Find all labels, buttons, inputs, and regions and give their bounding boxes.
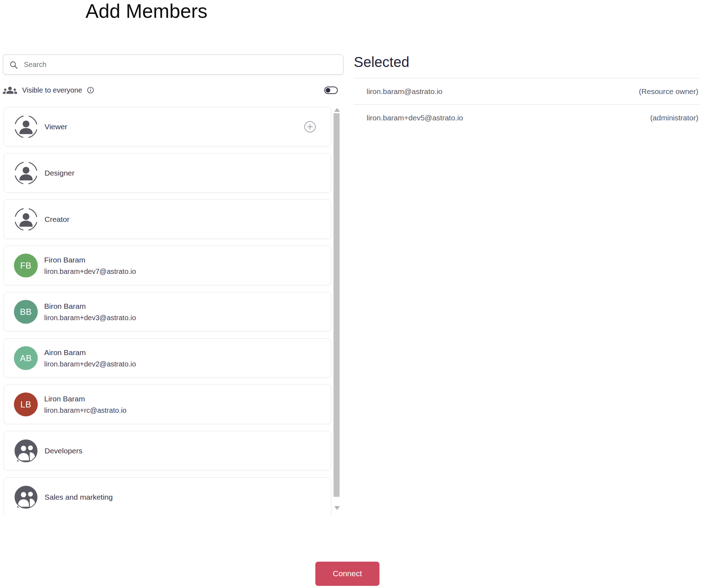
avatar: FB — [14, 254, 38, 277]
user-name: Firon Baram — [44, 256, 136, 264]
scrollbar-down-arrow[interactable] — [334, 506, 340, 510]
scrollbar-thumb[interactable] — [334, 113, 340, 497]
add-members-dialog: { "page": { "title": "Add Members" }, "s… — [0, 0, 703, 588]
add-button[interactable] — [304, 121, 316, 133]
list-item-group[interactable]: Sales and marketing — [4, 477, 331, 515]
avatar: LB — [14, 392, 38, 416]
toggle-knob — [326, 88, 330, 93]
visibility-toggle[interactable] — [324, 87, 338, 94]
list-item-designer[interactable]: Designer — [4, 153, 331, 193]
plus-icon — [304, 121, 316, 133]
selected-member-row[interactable]: liron.baram@astrato.io (Resource owner) — [354, 78, 699, 104]
list-item-user[interactable]: BB Biron Baram liron.baram+dev3@astrato.… — [4, 292, 331, 332]
user-email: liron.baram+rc@astrato.io — [44, 406, 126, 415]
selected-panel: Selected liron.baram@astrato.io (Resourc… — [354, 53, 699, 131]
selected-member-role: (Resource owner) — [639, 87, 698, 96]
search-box[interactable] — [3, 54, 343, 75]
page-title: Add Members — [86, 0, 207, 22]
user-name: Liron Baram — [44, 395, 126, 403]
visibility-label: Visible to everyone — [22, 86, 82, 94]
group-icon — [14, 439, 38, 463]
selected-heading: Selected — [354, 53, 699, 71]
info-icon[interactable] — [87, 86, 94, 94]
selected-member-email: liron.baram+dev5@astrato.io — [367, 114, 463, 122]
selected-member-role: (administrator) — [650, 114, 698, 122]
member-list: Viewer Designer Creator FB Firon Baram l… — [4, 105, 332, 515]
list-item-creator[interactable]: Creator — [4, 199, 331, 239]
visibility-row: Visible to everyone — [3, 84, 341, 96]
group-icon — [14, 485, 38, 509]
user-name: Biron Baram — [44, 302, 136, 311]
user-email: liron.baram+dev7@astrato.io — [44, 267, 136, 276]
list-item-label: Viewer — [45, 123, 67, 131]
avatar: BB — [14, 300, 38, 324]
list-item-user[interactable]: LB Liron Baram liron.baram+rc@astrato.io — [4, 385, 331, 424]
connect-button[interactable]: Connect — [315, 562, 379, 586]
user-email: liron.baram+dev3@astrato.io — [44, 314, 136, 322]
scrollbar-up-arrow[interactable] — [334, 108, 340, 112]
list-item-label: Creator — [45, 215, 69, 224]
list-item-viewer[interactable]: Viewer — [4, 107, 331, 146]
list-item-label: Designer — [45, 169, 74, 177]
person-dashed-icon — [14, 161, 38, 185]
list-item-label: Developers — [45, 447, 82, 455]
selected-member-row[interactable]: liron.baram+dev5@astrato.io (administrat… — [354, 104, 699, 131]
list-item-user[interactable]: FB Firon Baram liron.baram+dev7@astrato.… — [4, 246, 331, 285]
selected-list: liron.baram@astrato.io (Resource owner) … — [354, 78, 699, 131]
list-item-user[interactable]: AB Airon Baram liron.baram+dev2@astrato.… — [4, 338, 331, 378]
search-input[interactable] — [24, 61, 337, 69]
selected-member-email: liron.baram@astrato.io — [367, 87, 443, 96]
person-dashed-icon — [14, 115, 38, 139]
user-name: Airon Baram — [44, 348, 136, 357]
search-icon — [9, 60, 18, 69]
people-icon — [3, 85, 17, 95]
list-item-group[interactable]: Developers — [4, 431, 331, 470]
user-email: liron.baram+dev2@astrato.io — [44, 360, 136, 368]
avatar: AB — [14, 346, 38, 370]
list-item-label: Sales and marketing — [45, 493, 113, 501]
person-dashed-icon — [14, 207, 38, 231]
